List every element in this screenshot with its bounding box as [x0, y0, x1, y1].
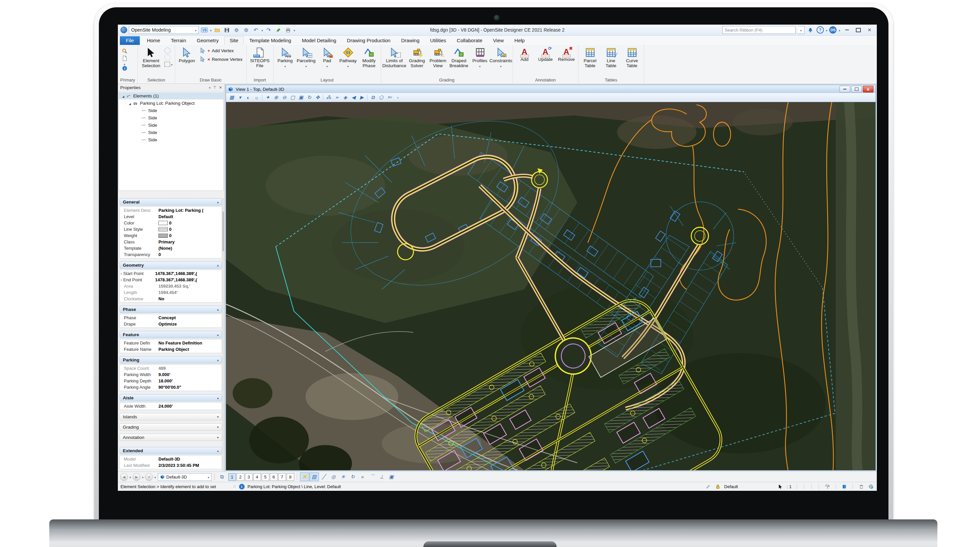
pencil-icon[interactable] [705, 484, 712, 490]
search-input[interactable] [722, 26, 795, 34]
polygon-button[interactable]: Polygon [177, 46, 196, 63]
view-tool-icon[interactable]: ✥ [313, 94, 321, 101]
snap-icon[interactable]: ↻ [348, 472, 358, 481]
view-tool-icon[interactable]: ✄ [385, 94, 393, 101]
annotation-remove-button[interactable]: A✖ Remove [557, 46, 576, 62]
view-tool-icon[interactable]: ◐ [244, 94, 252, 101]
open-file-button[interactable] [213, 26, 221, 33]
property-row[interactable]: Area159230.453 Sq.' [120, 283, 222, 289]
view-tool-icon[interactable]: ▣ [297, 94, 305, 101]
chevron-down-icon[interactable] [826, 27, 827, 33]
view-tool-icon[interactable] [261, 94, 263, 101]
chevron-down-icon[interactable] [154, 474, 156, 479]
view-tool-icon[interactable]: ◈ [341, 94, 349, 101]
properties-icon[interactable] [120, 64, 129, 72]
ribbon-tab[interactable]: Terrain [166, 36, 191, 45]
view-tool-icon[interactable]: ▦ [228, 94, 236, 101]
view-number-button[interactable]: 6 [270, 473, 278, 481]
view-tool-icon[interactable]: ⁂ [325, 94, 332, 101]
property-row[interactable]: Last Modified2/3/2023 3:50:45 PM [120, 462, 222, 469]
snap-icon[interactable]: ✕ [300, 472, 309, 481]
notifications-bell-icon[interactable] [807, 26, 815, 33]
property-row[interactable]: Aisle Width24.000' [120, 403, 222, 409]
close-button[interactable] [865, 26, 874, 33]
property-row[interactable]: Transparency0 [120, 251, 222, 258]
tree-item-side[interactable]: Side [119, 114, 223, 121]
snap-icon[interactable]: × [358, 472, 367, 481]
redo-button[interactable]: ↷ [265, 26, 273, 33]
ribbon-tab[interactable]: File [120, 36, 140, 45]
twisty-icon[interactable] [122, 94, 124, 98]
view-minimize-button[interactable] [840, 86, 850, 92]
property-row[interactable]: Feature DefinNo Feature Definition [120, 340, 222, 346]
view-tool-icon[interactable]: ➢ [333, 94, 341, 101]
parking-button[interactable]: Parking [276, 46, 294, 68]
view-tool-icon[interactable]: ▾ [236, 94, 244, 101]
property-row[interactable]: ClockwiseNo [120, 296, 222, 302]
chevron-down-icon[interactable] [142, 474, 144, 479]
ribbon-tab[interactable]: Template Modeling [244, 36, 296, 45]
property-row[interactable]: Length1594.454' [120, 289, 222, 296]
pin-panel-icon[interactable]: ⊤ [213, 86, 216, 90]
section-collapsed[interactable]: Annotation▾ [119, 434, 222, 441]
pad-button[interactable]: Pad [318, 46, 337, 68]
element-selection-button[interactable]: Element Selection [140, 46, 162, 68]
property-row[interactable]: PhaseConcept [120, 315, 222, 321]
user-avatar[interactable]: DS [829, 26, 837, 33]
view-group-selector[interactable]: Default-3D [158, 473, 212, 481]
parceling-button[interactable]: Parceling [297, 46, 316, 68]
ribbon-tab[interactable]: Drawing [396, 36, 425, 45]
view-tool-icon[interactable] [322, 94, 324, 101]
snap-icon[interactable]: ✳ [339, 472, 348, 481]
selection-mode-icon[interactable] [164, 54, 170, 60]
rectangle-select-icon[interactable] [164, 62, 170, 67]
v8-format-icon[interactable]: V8 [200, 26, 208, 33]
globe-sync-icon[interactable] [867, 484, 874, 490]
property-row[interactable]: Weight0 [120, 232, 222, 239]
view-tool-icon[interactable]: ▶ [358, 94, 366, 101]
trash-icon[interactable] [858, 484, 864, 490]
ribbon-tab[interactable]: Site [224, 36, 243, 45]
annotation-update-button[interactable]: A⟳ Update [536, 46, 555, 62]
section-header[interactable]: Aisle▴ [119, 394, 222, 401]
property-row[interactable]: DrapeOptimize [120, 321, 222, 327]
snap-icon[interactable]: ◎ [329, 472, 338, 481]
chevron-down-icon[interactable] [129, 474, 131, 479]
draped-breakline-button[interactable]: Draped Breakline [450, 46, 468, 68]
view-number-button[interactable]: 8 [286, 473, 294, 481]
print-button[interactable] [284, 26, 292, 33]
property-row[interactable]: End Point1478.367',1468.389',( [120, 277, 222, 283]
view-tool-icon[interactable]: ▢ [289, 94, 297, 101]
siteops-file-button[interactable]: SOZ SITEOPS File [249, 46, 271, 68]
snap-icon[interactable]: ▨ [310, 472, 319, 481]
grading-solver-button[interactable]: ⚡ Grading Solver [408, 46, 426, 68]
ribbon-tab[interactable]: Geometry [192, 36, 224, 45]
paint-roller-icon[interactable] [824, 484, 830, 490]
view-tool-icon[interactable]: ◀ [350, 94, 358, 101]
view-restore-button[interactable] [851, 86, 862, 92]
property-row[interactable]: Element DescParking Lot: Parking ( [120, 207, 222, 214]
snap-icon[interactable]: ╱ [319, 472, 329, 481]
view-tool-icon[interactable]: ↻ [305, 94, 313, 101]
work-flow-selector[interactable]: OpenSite Modeling [129, 26, 199, 34]
ribbon-tab[interactable]: Help [509, 36, 530, 45]
customize-toolbar-icon[interactable] [294, 27, 295, 33]
section-header[interactable]: Geometry▴ [119, 262, 222, 269]
chevron-down-icon[interactable] [838, 27, 840, 33]
limits-of-disturbance-button[interactable]: Limits of Disturbance [383, 46, 406, 68]
save-button[interactable] [223, 26, 231, 33]
view-number-button[interactable]: 1 [228, 473, 236, 481]
modify-phase-button[interactable]: Modify Phase [360, 46, 379, 68]
add-vertex-button[interactable]: + Add Vertex [199, 46, 243, 55]
minimize-button[interactable] [842, 26, 851, 33]
property-row[interactable]: Space Count489 [120, 365, 222, 371]
problem-view-button[interactable]: ⚠ Problem View [429, 46, 447, 68]
active-selection-icon[interactable] [164, 48, 170, 54]
property-row[interactable]: ClassPrimary [120, 239, 222, 245]
compress-button[interactable] [233, 26, 241, 33]
section-collapsed[interactable]: Islands▾ [119, 413, 222, 420]
lock-icon[interactable] [715, 484, 721, 490]
property-row[interactable]: Start Point1478.367',1468.389',( [120, 270, 222, 277]
history-button[interactable]: ↺ [145, 473, 153, 481]
view-tool-icon[interactable]: ⧉ [369, 94, 377, 101]
